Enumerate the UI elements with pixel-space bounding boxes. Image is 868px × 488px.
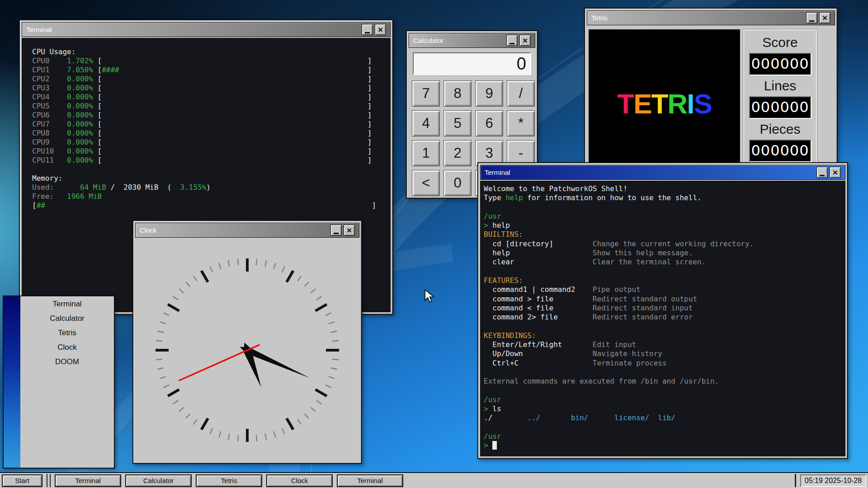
clock-minute-tick — [329, 376, 335, 378]
clock-minute-tick — [156, 341, 162, 341]
window-title: Tetris — [591, 14, 608, 22]
calc-button-<[interactable]: < — [412, 170, 440, 196]
clock-minute-tick — [274, 263, 275, 269]
clock-minute-tick — [179, 407, 184, 411]
start-menu-item-terminal[interactable]: Terminal — [20, 297, 114, 311]
terminal-line: > ls — [484, 404, 845, 413]
terminal-line — [484, 423, 845, 432]
terminal-line — [32, 165, 390, 174]
start-menu-item-clock[interactable]: Clock — [20, 340, 114, 355]
clock-minute-tick — [164, 313, 170, 315]
titlebar-terminal-cpu[interactable]: Terminal × — [22, 22, 391, 37]
calc-button-5[interactable]: 5 — [443, 110, 472, 136]
terminal-line: CPU5 0.000% [ ] — [32, 102, 390, 111]
calc-button-1[interactable]: 1 — [412, 140, 440, 166]
start-menu-item-tetris[interactable]: Tetris — [20, 326, 114, 340]
close-icon[interactable]: × — [830, 167, 841, 178]
clock-minute-tick — [228, 260, 230, 267]
calc-button-0[interactable]: 0 — [443, 170, 472, 196]
clock-minute-tick — [186, 282, 190, 286]
calc-button-8[interactable]: 8 — [443, 80, 472, 107]
close-icon[interactable]: × — [519, 35, 531, 46]
taskbar-window-button-clock[interactable]: Clock — [266, 474, 333, 487]
titlebar-clock[interactable]: Clock × — [135, 223, 359, 238]
terminal-line: Ctrl+C Terminate process — [484, 359, 845, 368]
tetris-field-label: Lines — [744, 78, 816, 94]
terminal-line: /usr — [484, 212, 845, 221]
clock-hour-tick — [202, 271, 208, 282]
clock-minute-tick — [329, 322, 335, 324]
calc-button-7[interactable]: 7 — [412, 80, 440, 107]
clock-minute-tick — [304, 413, 308, 418]
clock-minute-tick — [228, 434, 230, 440]
terminal-line: Type help for information on how to use … — [484, 193, 845, 202]
terminal-line: CPU2 0.000% [ ] — [32, 75, 390, 84]
clock-hour-tick — [202, 418, 208, 430]
clock-minute-tick — [160, 322, 166, 324]
tetris-logo-letter: T — [651, 88, 667, 119]
clock-minute-tick — [238, 259, 238, 265]
calc-button-6[interactable]: 6 — [475, 110, 503, 136]
clock-hour-tick — [168, 389, 179, 396]
terminal-line: CPU1 7.050% [#### ] — [32, 66, 390, 75]
calc-button-/[interactable]: / — [507, 80, 535, 107]
clock-second-hand — [179, 345, 259, 381]
terminal-line: FEATURES: — [484, 276, 845, 285]
start-menu-items: TerminalCalculatorTetrisClockDOOM — [20, 296, 114, 468]
clock-minute-tick — [332, 359, 339, 360]
terminal-line: KEYBINDINGS: — [484, 331, 845, 340]
taskbar-window-button-terminal[interactable]: Terminal — [55, 474, 121, 487]
minimize-icon[interactable] — [816, 167, 828, 178]
calc-button-4[interactable]: 4 — [412, 110, 440, 136]
start-button[interactable]: Start — [2, 474, 42, 487]
minimize-icon[interactable] — [362, 24, 373, 35]
terminal-line: ./ ../ bin/ license/ lib/ — [484, 413, 845, 422]
terminal-line: help Show this help message. — [484, 249, 845, 258]
minimize-icon[interactable] — [806, 12, 817, 23]
clock-minute-tick — [164, 385, 170, 388]
clock-minute-tick — [274, 432, 275, 437]
start-menu-item-calculator[interactable]: Calculator — [20, 311, 114, 326]
minimize-icon[interactable] — [330, 225, 342, 236]
clock-hour-tick — [316, 305, 327, 311]
calc-button-2[interactable]: 2 — [443, 140, 472, 166]
terminal-output[interactable]: Welcome to the PatchworkOS Shell!Type he… — [480, 181, 845, 456]
close-icon[interactable]: × — [344, 225, 355, 236]
window-title: Terminal — [485, 169, 510, 176]
clock-minute-tick — [311, 289, 315, 293]
clock-minute-tick — [219, 432, 221, 437]
terminal-line — [484, 203, 845, 212]
taskbar-window-button-tetris[interactable]: Tetris — [196, 474, 262, 487]
clock-minute-tick — [282, 428, 285, 434]
window-title: Calculator — [413, 37, 444, 44]
terminal-line: CPU9 0.000% [ ] — [32, 138, 390, 147]
terminal-line: Free: 1966 MiB — [32, 192, 390, 201]
titlebar-tetris[interactable]: Tetris × — [587, 10, 835, 25]
terminal-line: command1 | command2 Pipe output — [484, 285, 845, 294]
taskbar-window-button-terminal[interactable]: Terminal — [337, 474, 403, 487]
terminal-line: /usr — [484, 432, 845, 441]
taskbar-window-button-calculator[interactable]: Calculator — [125, 474, 192, 487]
start-menu-item-doom[interactable]: DOOM — [20, 355, 114, 369]
terminal-line: Used: 64 MiB / 2030 MiB ( 3.155%) — [32, 183, 390, 192]
clock-minute-tick — [156, 359, 162, 360]
clock-minute-tick — [265, 260, 266, 267]
calc-button-9[interactable]: 9 — [475, 80, 503, 107]
titlebar-terminal-shell[interactable]: Terminal × — [480, 165, 845, 180]
tetris-field-label: Score — [744, 35, 816, 50]
clock-hour-tick — [316, 389, 327, 396]
calc-button-*[interactable]: * — [507, 110, 535, 136]
window-title: Clock — [140, 226, 157, 234]
close-icon[interactable]: × — [375, 24, 386, 35]
minimize-icon[interactable] — [506, 35, 518, 46]
close-icon[interactable]: × — [819, 12, 830, 23]
terminal-line: CPU10 0.000% [ ] — [32, 147, 390, 156]
terminal-line: command < file Redirect standard input — [484, 304, 845, 313]
clock-minute-tick — [331, 331, 337, 333]
clock-hour-tick — [287, 418, 293, 430]
clock-minute-tick — [193, 276, 197, 281]
clock-minute-tick — [173, 296, 178, 300]
titlebar-calculator[interactable]: Calculator × — [409, 33, 535, 48]
terminal-line: > help — [484, 221, 845, 230]
clock-minute-tick — [219, 263, 221, 269]
